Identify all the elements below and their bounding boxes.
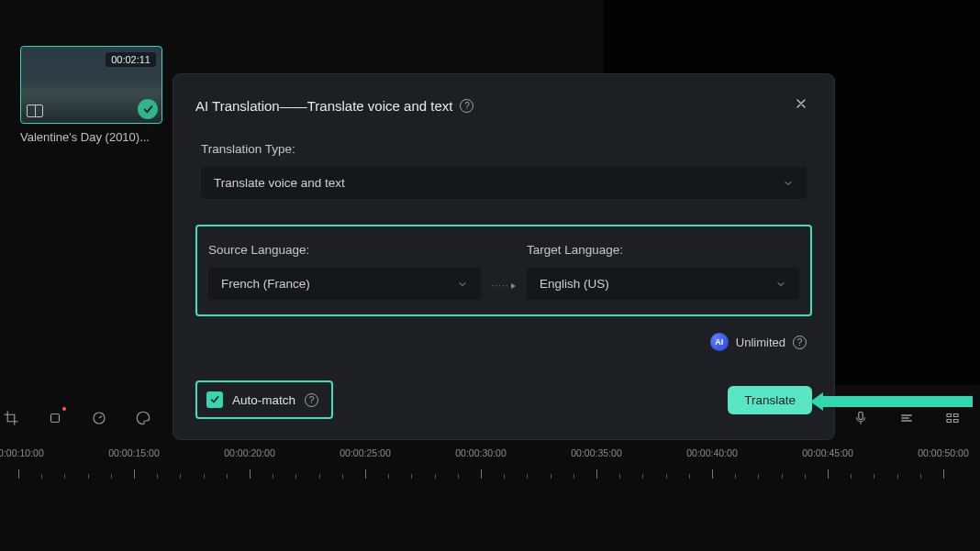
timeline-ruler[interactable]: 00:00:10:0000:00:15:0000:00:20:0000:00:2… — [0, 447, 980, 484]
translation-type-section: Translation Type: Translate voice and te… — [195, 142, 812, 199]
clip-status-check-icon — [138, 99, 158, 119]
speed-icon[interactable] — [90, 409, 108, 427]
timeline-timestamp: 00:00:45:00 — [802, 447, 852, 458]
source-language-column: Source Language: French (France) — [208, 243, 481, 300]
translation-type-dropdown[interactable]: Translate voice and text — [201, 167, 807, 199]
timeline-timestamp: 00:00:35:00 — [571, 447, 621, 458]
translation-type-value: Translate voice and text — [214, 176, 345, 190]
filmstrip-icon — [27, 105, 43, 117]
credit-help-icon[interactable]: ? — [793, 336, 807, 349]
direction-arrow-icon: ····· — [481, 281, 527, 300]
target-language-column: Target Language: English (US) — [527, 243, 799, 300]
clip-duration: 00:02:11 — [106, 52, 156, 67]
timeline-timestamp: 00:00:15:00 — [108, 447, 159, 458]
language-section: Source Language: French (France) ····· T… — [195, 225, 812, 316]
close-button[interactable] — [790, 93, 812, 118]
ai-badge-icon: AI — [710, 333, 729, 351]
dialog-title: AI Translation——Translate voice and text… — [195, 98, 473, 114]
timeline-timestamp: 00:00:10:00 — [0, 447, 44, 458]
timeline-timestamp: 00:00:40:00 — [686, 447, 737, 458]
source-language-value: French (France) — [221, 277, 310, 291]
audio-mixer-icon[interactable] — [897, 409, 916, 427]
target-language-label: Target Language: — [527, 243, 799, 257]
target-language-dropdown[interactable]: English (US) — [527, 268, 799, 300]
markers-icon[interactable] — [943, 409, 962, 427]
timeline-timestamp: 00:00:25:00 — [340, 447, 390, 458]
chevron-down-icon — [783, 178, 794, 189]
timeline-timestamp: 00:00:20:00 — [224, 447, 274, 458]
dialog-title-text: AI Translation——Translate voice and text — [195, 98, 452, 114]
credit-row: AI Unlimited ? — [195, 333, 807, 351]
source-language-dropdown[interactable]: French (France) — [208, 268, 481, 300]
source-language-label: Source Language: — [208, 243, 481, 257]
help-icon[interactable]: ? — [460, 99, 473, 113]
ai-translation-dialog: AI Translation——Translate voice and text… — [173, 73, 835, 440]
chevron-down-icon — [457, 279, 468, 290]
clip-title: Valentine's Day (2010)... — [20, 130, 167, 144]
target-language-value: English (US) — [540, 277, 609, 291]
svg-rect-2 — [859, 412, 863, 419]
chevron-down-icon — [775, 279, 786, 290]
keyframe-icon[interactable] — [46, 409, 64, 427]
microphone-icon[interactable] — [852, 409, 870, 427]
media-clip-thumbnail[interactable]: 00:02:11 — [20, 46, 162, 124]
timeline-toolbar — [0, 403, 980, 433]
svg-rect-0 — [51, 414, 60, 423]
timeline-timestamp: 00:00:50:00 — [918, 447, 968, 458]
timeline-timestamp: 00:00:30:00 — [455, 447, 506, 458]
dialog-header: AI Translation——Translate voice and text… — [195, 93, 812, 118]
credit-text: Unlimited — [736, 336, 785, 349]
translation-type-label: Translation Type: — [201, 142, 807, 156]
crop-icon[interactable] — [2, 409, 20, 427]
color-icon[interactable] — [134, 409, 152, 427]
